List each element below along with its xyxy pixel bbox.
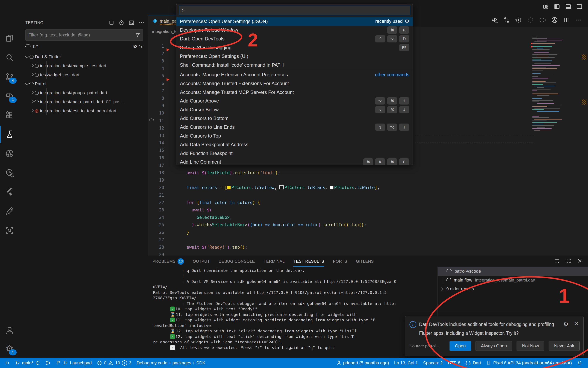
panel-tab-output[interactable]: OUTPUT (193, 256, 210, 267)
status-item-launchpad[interactable]: Launchpad (53, 358, 94, 368)
notification-gear-icon[interactable]: ⚙ (563, 321, 569, 328)
command-item[interactable]: Add Cursors to Bottom (176, 114, 413, 123)
test-tree-item[interactable]: ⊗integration_test/test_to_test_patrol.da… (19, 106, 148, 115)
panel-tab-ports[interactable]: PORTS (333, 256, 347, 267)
code-line-content: } (177, 230, 189, 235)
command-item[interactable]: Add Line Comment⌘K⌘C (176, 158, 413, 165)
status-item-utf8[interactable]: UTF-8 (445, 358, 463, 368)
command-item[interactable]: Shell Command: Install 'code' command in… (176, 61, 413, 69)
maximize-panel-icon[interactable] (566, 258, 572, 264)
toggle-panel-icon[interactable] (565, 3, 572, 10)
status-item-ln[interactable]: Ln 13, Col 1 (391, 358, 420, 368)
terminal-panel-icon[interactable] (128, 20, 135, 26)
test-tree-item[interactable]: integration_test/groups_patrol.dart (19, 88, 148, 97)
gear-icon[interactable]: ⚙ (405, 18, 409, 24)
chevron-right-icon[interactable] (440, 287, 443, 291)
vscode-window: 41⚙1 TESTING Filter (e.g. text, !exclude… (0, 0, 588, 368)
toolbar-run-tests-icon[interactable] (551, 17, 558, 24)
status-item[interactable] (43, 358, 53, 368)
test-tree-item[interactable]: integration_test/main_patrol.dart0/1 pas… (19, 97, 148, 106)
test-tree-item[interactable]: integration_test/example_test.dart (19, 61, 148, 70)
panel-tab-test-results[interactable]: TEST RESULTS (293, 256, 324, 267)
activity-extensions-icon[interactable] (0, 107, 19, 124)
word-wrap-icon[interactable] (554, 258, 560, 264)
command-input[interactable]: > (179, 6, 410, 15)
command-item[interactable]: Accounts: Manage Extension Account Prefe… (176, 71, 413, 79)
breakpoint-icon[interactable]: ▶ (166, 47, 169, 52)
panel-tab-gitlens[interactable]: GITLENS (356, 256, 374, 267)
test-tree-item[interactable]: Patrol (19, 79, 148, 88)
activity-settings-gear-icon[interactable]: ⚙1 (0, 340, 19, 357)
toggle-sidebar-icon[interactable] (554, 3, 560, 10)
activity-flutter-icon[interactable] (0, 184, 19, 201)
minimap[interactable] (531, 37, 571, 135)
activity-files-icon[interactable] (0, 30, 19, 47)
toolbar-more-actions-icon[interactable] (575, 17, 582, 24)
stop-square-icon[interactable] (109, 20, 115, 26)
run-tests-icon (551, 17, 558, 23)
not-now-button[interactable]: Not Now (516, 341, 544, 351)
panel-tab-terminal[interactable]: TERMINAL (263, 256, 285, 267)
activity-screen-search-icon[interactable] (0, 222, 19, 239)
activity-testing-icon[interactable] (0, 126, 20, 143)
never-ask-button[interactable]: Never Ask (549, 341, 579, 351)
always-open-button[interactable]: Always Open (476, 341, 512, 351)
command-item[interactable]: Debug: Start DebuggingF5 (176, 43, 413, 52)
activity-source-control-icon[interactable]: 4 (0, 68, 19, 85)
command-item[interactable]: Dart: Open DevTools^⌥D (176, 34, 413, 43)
test-result-item[interactable]: main flowintegration_test/main_patrol.da… (438, 276, 588, 285)
activity-run-debug-icon[interactable]: 1 (0, 87, 19, 104)
command-item[interactable]: Developer: Reload Window⌘R (176, 26, 413, 35)
filter-funnel-icon[interactable] (135, 32, 140, 38)
status-item-main[interactable]: main* (12, 358, 43, 368)
status-item[interactable] (574, 358, 585, 368)
toggle-secondary-sidebar-icon[interactable] (576, 3, 583, 10)
close-panel-icon[interactable] (577, 258, 583, 264)
test-filter-input[interactable]: Filter (e.g. text, !exclude, @tag) (25, 29, 143, 41)
command-item[interactable]: Preferences: Open Settings (UI) (176, 52, 413, 61)
command-item[interactable]: Add Cursor Above⌥⌘↑ (176, 97, 413, 105)
status-item-spaces[interactable]: Spaces: 2 (420, 358, 445, 368)
customize-layout-icon[interactable] (542, 3, 549, 10)
breakpoint-icon[interactable]: ▶ (166, 77, 169, 82)
test-result-item[interactable]: 9 older results (438, 285, 588, 293)
other-commands-link[interactable]: other commands (375, 72, 409, 77)
status-item-dart[interactable]: { }Dart (463, 358, 484, 368)
panel-tab-debug-console[interactable]: DEBUG CONSOLE (218, 256, 255, 267)
status-item-debug[interactable]: Debug my code + packages + SDK (134, 358, 208, 368)
continuous-run-icon[interactable] (118, 20, 125, 26)
status-item-pdenert[interactable]: pdenert (5 months ago) (334, 358, 392, 368)
command-item[interactable]: Preferences: Open User Settings (JSON)re… (176, 17, 413, 26)
toolbar-debug-run-icon[interactable] (491, 17, 498, 24)
activity-search-icon[interactable] (0, 49, 19, 66)
status-item[interactable] (2, 358, 12, 368)
test-tree-item[interactable]: Dart & Flutter (19, 52, 148, 61)
status-item-pixel[interactable]: Pixel 8 API 34 (android-arm64 emulator) (484, 358, 574, 368)
panel-tab-problems[interactable]: PROBLEMS13 (153, 256, 184, 267)
activity-pencil-icon[interactable] (0, 203, 19, 220)
test-output-terminal[interactable]: : q Quit (terminate the application on t… (153, 267, 437, 357)
command-item[interactable]: Accounts: Manage Trusted Extensions For … (176, 79, 413, 88)
toolbar-compare-changes-icon[interactable] (503, 17, 510, 24)
activity-profile-icon[interactable] (0, 164, 19, 181)
activity-account-icon[interactable] (0, 322, 19, 339)
toolbar-record-circle-icon[interactable] (527, 17, 534, 24)
test-tree-item[interactable]: test/widget_test.dart (19, 70, 148, 79)
open-button[interactable]: Open (450, 341, 471, 351)
command-item[interactable]: Add Data Breakpoint at Address (176, 140, 413, 149)
toolbar-step-back-icon[interactable] (515, 17, 522, 24)
command-item[interactable]: Add Function Breakpoint (176, 149, 413, 158)
more-actions-icon[interactable] (138, 20, 145, 26)
notification-close-icon[interactable]: × (574, 320, 578, 327)
toolbar-step-forward-icon[interactable] (539, 17, 546, 24)
result-label: main flow (454, 277, 472, 283)
command-item[interactable]: Add Cursors to Line Ends⇧⌥I (176, 123, 413, 131)
command-item[interactable]: Accounts: Manage Trusted MCP Servers For… (176, 88, 413, 97)
test-result-item[interactable]: patrol-vscode (438, 267, 588, 276)
activity-run-circle-icon[interactable] (0, 145, 19, 162)
minimap-line (532, 100, 553, 101)
status-item-0[interactable]: 010i3 (94, 358, 134, 368)
command-item[interactable]: Add Cursors to Top (176, 131, 413, 140)
toolbar-split-editor-icon[interactable] (563, 17, 570, 24)
command-item[interactable]: Add Cursor Below⌥⌘↓ (176, 105, 413, 114)
